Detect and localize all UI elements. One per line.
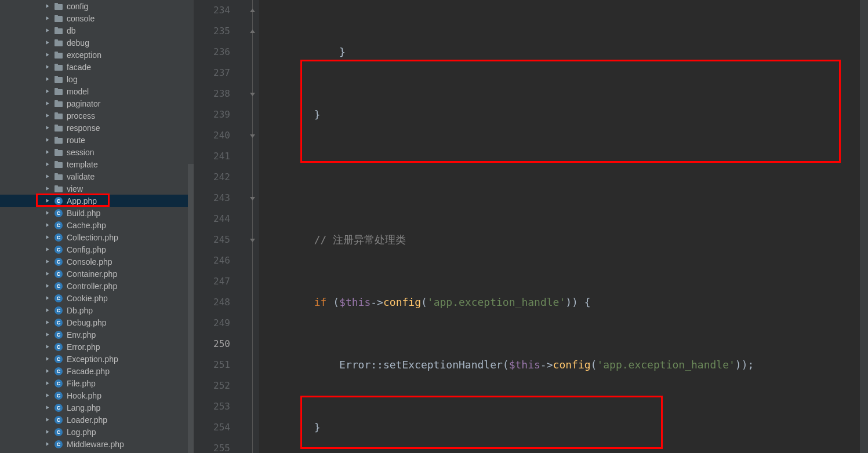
tree-file-item[interactable]: CHook.php [0,389,194,401]
line-number[interactable]: 238 [194,83,230,104]
tree-folder-item[interactable]: validate [0,170,194,182]
expand-caret-icon[interactable] [45,418,50,422]
expand-caret-icon[interactable] [45,28,50,33]
tree-folder-item[interactable]: db [0,24,194,36]
expand-caret-icon[interactable] [45,199,50,203]
tree-file-item[interactable]: CConsole.php [0,255,194,268]
expand-caret-icon[interactable] [45,65,50,70]
tree-file-item[interactable]: CConfig.php [0,243,194,255]
fold-expand-icon[interactable] [248,194,257,203]
expand-caret-icon[interactable] [45,150,50,155]
line-number[interactable]: 236 [194,42,230,63]
line-number[interactable]: 248 [194,292,230,313]
fold-expand-icon[interactable] [248,236,257,244]
expand-caret-icon[interactable] [45,174,50,179]
tree-folder-item[interactable]: response [0,122,194,134]
tree-file-item[interactable]: CCollection.php [0,231,194,243]
tree-file-item[interactable]: CLog.php [0,426,194,438]
tree-folder-item[interactable]: process [0,109,194,122]
project-tree[interactable]: configconsoledbdebugexceptionfacadelogmo… [0,0,194,453]
expand-caret-icon[interactable] [45,393,50,398]
tree-file-item[interactable]: CMiddleware.php [0,438,194,450]
tree-folder-item[interactable]: console [0,12,194,24]
expand-caret-icon[interactable] [45,211,50,215]
expand-caret-icon[interactable] [45,4,50,9]
tree-file-item[interactable]: CBuild.php [0,207,194,219]
tree-folder-item[interactable]: debug [0,36,194,49]
tree-file-item[interactable]: CContainer.php [0,268,194,280]
tree-file-item[interactable]: CLang.php [0,401,194,414]
code-editor[interactable]: 2342352362372382392402412422432442452462… [194,0,868,453]
tree-file-item[interactable]: CLoader.php [0,414,194,426]
tree-folder-item[interactable]: paginator [0,97,194,109]
fold-collapse-icon[interactable] [248,27,257,36]
editor-marker-strip[interactable] [860,0,868,453]
expand-caret-icon[interactable] [45,16,50,21]
expand-caret-icon[interactable] [45,296,50,301]
tree-file-item[interactable]: CException.php [0,353,194,365]
line-number[interactable]: 244 [194,209,230,229]
tree-folder-item[interactable]: log [0,73,194,85]
tree-file-item[interactable]: CEnv.php [0,328,194,341]
expand-caret-icon[interactable] [45,308,50,313]
line-number[interactable]: 249 [194,313,230,334]
expand-caret-icon[interactable] [45,247,50,252]
line-number[interactable]: 242 [194,167,230,188]
expand-caret-icon[interactable] [45,162,50,167]
expand-caret-icon[interactable] [45,260,50,264]
line-number[interactable]: 237 [194,63,230,83]
expand-caret-icon[interactable] [45,430,50,434]
tree-folder-item[interactable]: route [0,134,194,146]
tree-folder-item[interactable]: template [0,158,194,170]
tree-file-item[interactable]: CCookie.php [0,292,194,304]
expand-caret-icon[interactable] [45,114,50,118]
line-number[interactable]: 246 [194,250,230,271]
expand-caret-icon[interactable] [45,41,50,45]
expand-caret-icon[interactable] [45,187,50,191]
expand-caret-icon[interactable] [45,320,50,325]
line-number[interactable]: 241 [194,146,230,167]
expand-caret-icon[interactable] [45,333,50,337]
expand-caret-icon[interactable] [45,77,50,82]
tree-folder-item[interactable]: session [0,146,194,158]
tree-file-item[interactable]: CFile.php [0,377,194,389]
tree-file-item[interactable]: CFacade.php [0,365,194,377]
line-number[interactable]: 250 [194,334,230,355]
expand-caret-icon[interactable] [45,369,50,374]
line-number[interactable]: 247 [194,271,230,292]
tree-folder-item[interactable]: config [0,0,194,12]
expand-caret-icon[interactable] [45,235,50,240]
tree-folder-item[interactable]: facade [0,61,194,73]
expand-caret-icon[interactable] [45,223,50,228]
tree-file-item[interactable]: CCache.php [0,219,194,231]
line-number[interactable]: 254 [194,417,230,438]
expand-caret-icon[interactable] [45,53,50,57]
expand-caret-icon[interactable] [45,272,50,276]
expand-caret-icon[interactable] [45,405,50,410]
tree-folder-item[interactable]: exception [0,49,194,61]
line-number[interactable]: 234 [194,0,230,21]
fold-expand-icon[interactable] [248,90,257,98]
line-number[interactable]: 240 [194,125,230,146]
line-number[interactable]: 255 [194,438,230,453]
expand-caret-icon[interactable] [45,357,50,361]
expand-caret-icon[interactable] [45,138,50,143]
tree-file-item[interactable]: CApp.php [0,195,194,207]
tree-folder-item[interactable]: model [0,85,194,97]
line-number[interactable]: 235 [194,21,230,42]
fold-gutter[interactable] [248,0,259,453]
expand-caret-icon[interactable] [45,345,50,349]
expand-caret-icon[interactable] [45,101,50,106]
tree-file-item[interactable]: CError.php [0,341,194,353]
line-number[interactable]: 252 [194,375,230,396]
tree-folder-item[interactable]: view [0,182,194,195]
line-number[interactable]: 245 [194,229,230,250]
expand-caret-icon[interactable] [45,442,50,447]
fold-expand-icon[interactable] [248,131,257,140]
expand-caret-icon[interactable] [45,284,50,288]
line-number[interactable]: 253 [194,396,230,417]
tree-file-item[interactable]: CDb.php [0,304,194,316]
expand-caret-icon[interactable] [45,89,50,94]
expand-caret-icon[interactable] [45,126,50,130]
tree-file-item[interactable]: CDebug.php [0,316,194,328]
